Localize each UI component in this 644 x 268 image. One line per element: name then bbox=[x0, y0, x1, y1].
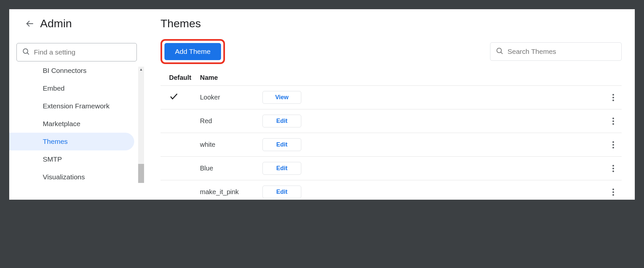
kebab-menu-icon[interactable] bbox=[610, 117, 616, 126]
default-cell bbox=[161, 92, 200, 103]
back-arrow-icon[interactable] bbox=[25, 19, 34, 28]
svg-point-9 bbox=[612, 120, 614, 122]
app-frame: Admin BI ConnectorsEmbedExtension Framew… bbox=[9, 9, 635, 200]
svg-point-5 bbox=[612, 94, 614, 96]
svg-point-6 bbox=[612, 97, 614, 98]
svg-line-4 bbox=[501, 52, 503, 54]
search-themes[interactable] bbox=[490, 42, 622, 61]
add-theme-highlight: Add Theme bbox=[161, 39, 225, 64]
kebab-menu-icon[interactable] bbox=[610, 164, 616, 173]
table-header: Default Name bbox=[161, 70, 622, 86]
sidebar-header: Admin bbox=[9, 17, 144, 43]
table-row: RedEdit bbox=[161, 109, 622, 133]
sidebar-item-smtp[interactable]: SMTP bbox=[9, 150, 134, 168]
sidebar-scrollbar[interactable]: ▲ bbox=[138, 67, 144, 183]
column-name-header: Name bbox=[200, 74, 262, 81]
table-row: BlueEdit bbox=[161, 157, 622, 180]
svg-point-14 bbox=[612, 165, 614, 167]
table-row: whiteEdit bbox=[161, 133, 622, 157]
edit-button[interactable]: Edit bbox=[262, 162, 301, 175]
svg-point-16 bbox=[612, 170, 614, 172]
svg-point-1 bbox=[23, 49, 28, 54]
sidebar-item-visualizations[interactable]: Visualizations bbox=[9, 168, 134, 186]
sidebar-nav-list: BI ConnectorsEmbedExtension FrameworkMar… bbox=[9, 65, 144, 186]
sidebar-item-embed[interactable]: Embed bbox=[9, 79, 134, 97]
sidebar-item-label: Visualizations bbox=[43, 173, 85, 181]
sidebar-item-label: Marketplace bbox=[43, 120, 80, 127]
find-setting-search[interactable] bbox=[16, 43, 137, 61]
sidebar-item-label: SMTP bbox=[43, 155, 62, 163]
table-body: LookerViewRedEditwhiteEditBlueEditmake_i… bbox=[161, 86, 622, 200]
admin-title: Admin bbox=[40, 17, 72, 30]
sidebar-item-bi-connectors[interactable]: BI Connectors bbox=[9, 65, 134, 79]
edit-button[interactable]: Edit bbox=[262, 115, 301, 127]
svg-point-19 bbox=[612, 194, 614, 196]
theme-name: Red bbox=[200, 117, 262, 125]
column-default-header: Default bbox=[161, 74, 200, 81]
add-theme-button[interactable]: Add Theme bbox=[164, 43, 221, 60]
svg-point-7 bbox=[612, 100, 614, 101]
sidebar-item-label: BI Connectors bbox=[43, 67, 87, 74]
svg-point-13 bbox=[612, 147, 614, 148]
sidebar-item-label: Embed bbox=[43, 84, 65, 92]
page-title: Themes bbox=[161, 17, 622, 30]
toolbar: Add Theme bbox=[161, 39, 622, 64]
sidebar-item-label: Themes bbox=[43, 138, 68, 145]
kebab-menu-icon[interactable] bbox=[610, 93, 616, 102]
find-setting-input[interactable] bbox=[34, 48, 131, 56]
table-row: make_it_pinkEdit bbox=[161, 180, 622, 200]
check-icon bbox=[169, 95, 178, 102]
sidebar-scrollbar-thumb[interactable] bbox=[138, 164, 144, 183]
sidebar-nav-scroll: BI ConnectorsEmbedExtension FrameworkMar… bbox=[9, 65, 144, 183]
theme-name: Looker bbox=[200, 94, 262, 101]
svg-point-8 bbox=[612, 118, 614, 119]
table-row: LookerView bbox=[161, 86, 622, 109]
svg-point-3 bbox=[497, 48, 502, 53]
search-themes-input[interactable] bbox=[508, 48, 616, 56]
kebab-menu-icon[interactable] bbox=[610, 188, 616, 197]
theme-name: Blue bbox=[200, 165, 262, 172]
svg-point-11 bbox=[612, 141, 614, 143]
svg-point-17 bbox=[612, 189, 614, 190]
sidebar-item-marketplace[interactable]: Marketplace bbox=[9, 115, 134, 133]
search-icon bbox=[22, 48, 30, 57]
scroll-up-icon[interactable]: ▲ bbox=[138, 67, 144, 72]
main-content: Themes Add Theme Default Name LookerView… bbox=[144, 9, 635, 200]
theme-name: white bbox=[200, 141, 262, 148]
svg-point-18 bbox=[612, 191, 614, 193]
themes-table: Default Name LookerViewRedEditwhiteEditB… bbox=[161, 70, 622, 200]
kebab-menu-icon[interactable] bbox=[610, 140, 616, 149]
sidebar-item-label: Extension Framework bbox=[43, 102, 110, 110]
edit-button[interactable]: Edit bbox=[262, 138, 301, 151]
svg-point-12 bbox=[612, 144, 614, 145]
svg-point-10 bbox=[612, 123, 614, 125]
view-button[interactable]: View bbox=[262, 91, 301, 104]
edit-button[interactable]: Edit bbox=[262, 186, 301, 198]
find-setting-container bbox=[9, 43, 144, 65]
theme-name: make_it_pink bbox=[200, 188, 262, 196]
svg-line-2 bbox=[27, 53, 29, 55]
sidebar-item-extension-framework[interactable]: Extension Framework bbox=[9, 97, 134, 115]
search-icon bbox=[496, 47, 504, 56]
sidebar-item-themes[interactable]: Themes bbox=[9, 133, 134, 150]
admin-sidebar: Admin BI ConnectorsEmbedExtension Framew… bbox=[9, 9, 144, 200]
svg-point-15 bbox=[612, 168, 614, 169]
